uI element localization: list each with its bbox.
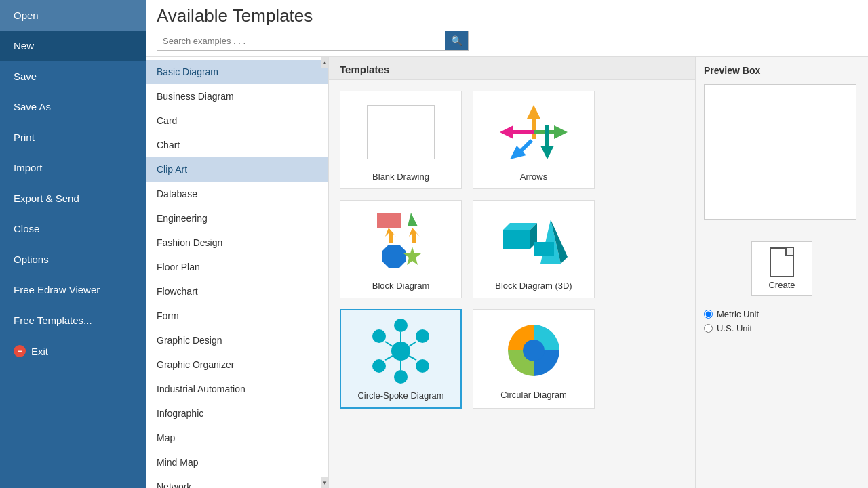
sidebar-item-free-templates[interactable]: Free Templates... [0, 305, 146, 336]
category-item-5[interactable]: Database [146, 182, 328, 206]
header: Available Templates 🔍 [146, 0, 868, 57]
sidebar-item-save-as[interactable]: Save As [0, 92, 146, 122]
category-item-7[interactable]: Fashion Design [146, 230, 328, 255]
category-item-12[interactable]: Graphic Organizer [146, 352, 328, 377]
svg-marker-2 [534, 125, 568, 139]
search-bar: 🔍 [157, 30, 469, 51]
template-arrows-label: Arrows [520, 171, 547, 182]
sidebar-item-free-viewer[interactable]: Free Edraw Viewer [0, 274, 146, 305]
svg-rect-16 [534, 242, 554, 256]
body-row: ▲ Basic DiagramBusiness DiagramCardChart… [146, 57, 868, 488]
svg-rect-11 [503, 230, 530, 249]
category-item-13[interactable]: Industrial Automation [146, 377, 328, 401]
metric-label[interactable]: Metric Unit [717, 309, 759, 319]
svg-line-28 [385, 356, 393, 360]
sidebar-item-exit[interactable]: −Exit [0, 336, 146, 367]
svg-point-31 [523, 340, 545, 361]
templates-grid: Blank Drawing [329, 80, 695, 488]
category-item-6[interactable]: Engineering [146, 206, 328, 230]
svg-point-23 [372, 329, 386, 343]
preview-title: Preview Box [704, 65, 860, 76]
create-button[interactable]: Create [751, 241, 812, 296]
sidebar-item-close[interactable]: Close [0, 214, 146, 244]
template-block-3d[interactable]: Block Diagram (3D) [473, 200, 595, 298]
sidebar-item-open[interactable]: Open [0, 0, 146, 30]
templates-panel: Templates Blank Drawing [329, 57, 695, 488]
us-unit-row: U.S. Unit [704, 323, 860, 333]
category-item-8[interactable]: Floor Plan [146, 255, 328, 279]
template-block-thumb [360, 207, 441, 275]
category-item-1[interactable]: Business Diagram [146, 84, 328, 108]
scroll-down-arrow[interactable]: ▼ [321, 477, 328, 488]
svg-point-17 [391, 342, 410, 361]
exit-icon: − [14, 345, 26, 357]
svg-point-20 [416, 359, 429, 373]
template-arrows[interactable]: Arrows [473, 91, 595, 189]
category-item-10[interactable]: Form [146, 304, 328, 328]
svg-line-29 [385, 342, 393, 346]
create-label: Create [768, 280, 795, 290]
svg-marker-3 [510, 139, 533, 159]
scroll-up-arrow[interactable]: ▲ [321, 57, 328, 68]
create-btn-area: Create [704, 241, 860, 296]
category-list: Basic DiagramBusiness DiagramCardChartCl… [146, 57, 328, 488]
template-circle-spoke[interactable]: Circle-Spoke Diagram [340, 309, 462, 409]
sidebar: OpenNewSaveSave AsPrintImportExport & Se… [0, 0, 146, 488]
svg-marker-7 [382, 245, 406, 268]
template-blank-label: Blank Drawing [372, 171, 429, 182]
preview-box [704, 84, 856, 220]
svg-rect-5 [377, 213, 401, 228]
category-item-9[interactable]: Flowchart [146, 279, 328, 304]
category-item-15[interactable]: Map [146, 426, 328, 450]
document-icon [770, 247, 794, 277]
svg-marker-9 [409, 228, 420, 243]
sidebar-item-print[interactable]: Print [0, 122, 146, 152]
right-panel: Preview Box Create Metric Unit U.S. Unit [695, 57, 868, 488]
template-block-diagram[interactable]: Block Diagram [340, 200, 462, 298]
sidebar-item-options[interactable]: Options [0, 244, 146, 274]
template-circle-spoke-thumb [360, 317, 441, 385]
template-circular[interactable]: Circular Diagram [473, 309, 595, 409]
category-item-11[interactable]: Graphic Design [146, 328, 328, 352]
template-block-3d-thumb [493, 207, 574, 275]
svg-line-26 [409, 356, 416, 360]
template-block-3d-label: Block Diagram (3D) [495, 281, 572, 291]
sidebar-item-save[interactable]: Save [0, 61, 146, 92]
category-item-17[interactable]: Network [146, 474, 328, 488]
svg-point-22 [372, 359, 386, 373]
template-blank-thumb [360, 98, 441, 166]
template-block-label: Block Diagram [372, 281, 430, 291]
main-content: Available Templates 🔍 ▲ Basic DiagramBus… [146, 0, 868, 488]
category-item-14[interactable]: Infographic [146, 401, 328, 426]
svg-point-18 [394, 319, 408, 332]
svg-marker-8 [408, 213, 418, 226]
template-circle-spoke-label: Circle-Spoke Diagram [357, 390, 443, 401]
search-button[interactable]: 🔍 [445, 31, 468, 50]
unit-options: Metric Unit U.S. Unit [704, 309, 860, 333]
sidebar-item-import[interactable]: Import [0, 152, 146, 183]
metric-radio[interactable] [704, 310, 713, 319]
category-item-2[interactable]: Card [146, 108, 328, 133]
category-item-0[interactable]: Basic Diagram [146, 60, 328, 84]
template-arrows-thumb [493, 98, 574, 166]
page-title: Available Templates [157, 5, 857, 26]
search-input[interactable] [157, 33, 445, 49]
metric-unit-row: Metric Unit [704, 309, 860, 319]
category-item-16[interactable]: Mind Map [146, 450, 328, 474]
svg-point-19 [416, 329, 429, 343]
sidebar-item-export[interactable]: Export & Send [0, 183, 146, 214]
category-item-4[interactable]: Clip Art [146, 157, 328, 182]
svg-line-25 [409, 342, 416, 346]
template-circular-label: Circular Diagram [500, 390, 567, 400]
sidebar-item-new[interactable]: New [0, 30, 146, 61]
svg-marker-1 [500, 125, 534, 139]
svg-point-21 [394, 370, 408, 384]
category-panel: ▲ Basic DiagramBusiness DiagramCardChart… [146, 57, 329, 488]
category-item-3[interactable]: Chart [146, 133, 328, 157]
svg-marker-6 [385, 228, 396, 243]
us-label[interactable]: U.S. Unit [717, 323, 752, 333]
template-circular-thumb [493, 317, 574, 384]
exit-label: Exit [31, 346, 48, 357]
us-radio[interactable] [704, 324, 713, 333]
template-blank[interactable]: Blank Drawing [340, 91, 462, 189]
